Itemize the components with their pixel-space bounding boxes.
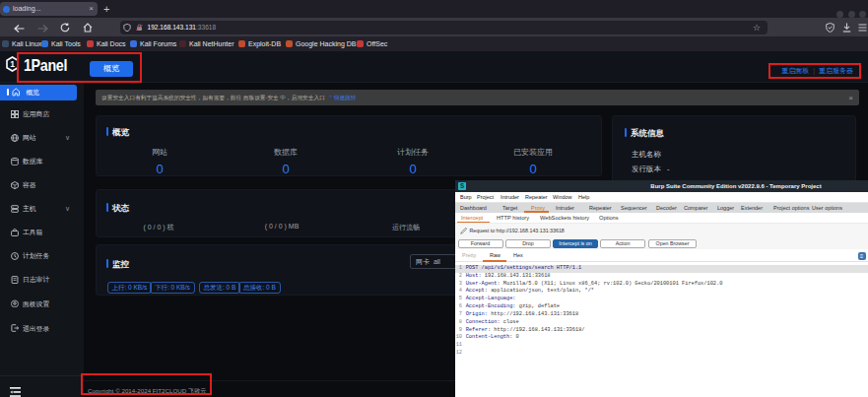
svg-text:1: 1 <box>10 59 15 69</box>
